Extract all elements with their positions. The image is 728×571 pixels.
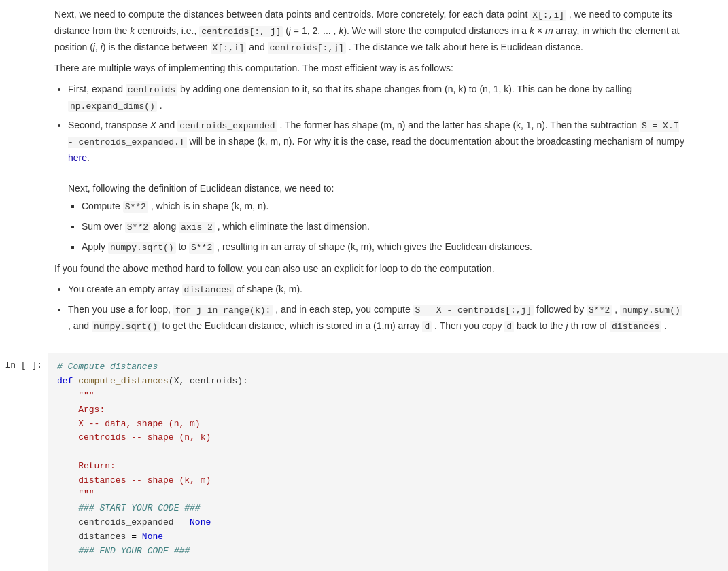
code-line: centroids_expanded = None	[57, 516, 718, 530]
code-line: Return:	[57, 460, 718, 474]
text-cell-1: Next, we need to compute the distances b…	[0, 0, 728, 346]
code-axis2: axis=2	[179, 222, 215, 233]
code-x-i: X[:,i]	[530, 10, 566, 21]
code-line: # Compute distances	[57, 360, 718, 375]
code-centroids-expanded: centroids_expanded	[177, 120, 277, 132]
docstring-args: Args:	[78, 404, 105, 415]
docstring-centroids: centroids -- shape (n, k)	[78, 432, 211, 443]
gutter-label-1: In [ ]:	[5, 360, 42, 370]
code-numpy-sum: numpy.sum()	[620, 305, 682, 316]
code-expand-dims: np.expand_dims()	[68, 101, 157, 112]
kw-def: def	[57, 376, 73, 386]
code-S2: S**2	[123, 201, 148, 213]
code-distances2: distances	[610, 321, 661, 332]
docstring-return: Return:	[78, 461, 116, 471]
code-centroids: centroids	[126, 84, 177, 96]
separator-1	[0, 346, 728, 350]
docstring-close: """	[78, 489, 94, 499]
code-line	[57, 445, 718, 460]
end-marker: ### END YOUR CODE ###	[78, 546, 190, 556]
code-centroids-j2: centroids[:,j]	[268, 42, 346, 54]
bullet-item-3: You create an empty array distances of s…	[68, 281, 687, 298]
code-centroids-j: centroids[:, j]	[199, 26, 283, 37]
code-S-XT: S = X.T - centroids_expanded.T	[68, 120, 679, 148]
docstring-distances: distances -- shape (k, m)	[78, 475, 211, 485]
code-area-1[interactable]: # Compute distances def compute_distance…	[48, 353, 728, 571]
sub-bullet-3: Apply numpy.sqrt() to S**2 , resulting i…	[82, 239, 687, 256]
bullet-item-1: First, expand centroids by adding one de…	[68, 82, 687, 114]
code-for-loop: for j in range(k):	[173, 305, 273, 316]
bullet-item-4: Then you use a for loop, for j in range(…	[68, 302, 687, 334]
bullet-item-2: Second, transpose X and centroids_expand…	[68, 118, 687, 255]
code-S2-3: S**2	[189, 242, 214, 254]
comment-compute-distances: # Compute distances	[57, 362, 158, 372]
kw-none1: None	[190, 517, 211, 527]
paragraph-3: If you found the above method hard to fo…	[54, 261, 687, 276]
code-line: ### END YOUR CODE ###	[57, 544, 718, 559]
code-line	[57, 558, 718, 571]
code-line: distances -- shape (k, m)	[57, 474, 718, 488]
start-marker: ### START YOUR CODE ###	[78, 503, 200, 513]
code-S-X-centroids: S = X - centroids[:,j]	[413, 305, 534, 316]
code-line: Args:	[57, 403, 718, 417]
func-name: compute_distances	[78, 376, 169, 386]
code-line: distances = None	[57, 530, 718, 544]
sub-bullet-2: Sum over S**2 along axis=2 , which elimi…	[82, 219, 687, 235]
bullet-list-1: First, expand centroids by adding one de…	[68, 82, 687, 256]
code-line: """	[57, 487, 718, 502]
notebook: Next, we need to compute the distances b…	[0, 0, 728, 571]
code-line: def compute_distances(X, centroids):	[57, 375, 718, 389]
here-link[interactable]: here	[68, 152, 87, 163]
code-S2-2: S**2	[125, 222, 150, 233]
code-cell-1: In [ ]: # Compute distances def compute_…	[0, 353, 728, 571]
kw-none2: None	[142, 532, 163, 542]
sub-bullet-list: Compute S**2 , which is in shape (k, m, …	[82, 198, 687, 255]
paragraph-2: There are multiple ways of implementing …	[54, 60, 687, 75]
code-line: centroids -- shape (n, k)	[57, 431, 718, 445]
code-line: X -- data, shape (n, m)	[57, 417, 718, 432]
code-S2-4: S**2	[587, 305, 612, 316]
docstring-x: X -- data, shape (n, m)	[78, 419, 200, 429]
code-line: """	[57, 389, 718, 403]
cell-gutter-1: In [ ]:	[0, 353, 48, 571]
code-sqrt: numpy.sqrt()	[108, 242, 176, 254]
code-line: ### START YOUR CODE ###	[57, 502, 718, 516]
paragraph-1: Next, we need to compute the distances b…	[54, 7, 687, 55]
docstring-open: """	[78, 390, 94, 400]
bullet-list-2: You create an empty array distances of s…	[68, 281, 687, 334]
code-distances: distances	[182, 284, 234, 296]
code-d2: d	[504, 321, 514, 332]
sub-bullet-1: Compute S**2 , which is in shape (k, m, …	[82, 198, 687, 215]
code-numpy-sqrt: numpy.sqrt()	[92, 321, 160, 332]
code-d: d	[422, 321, 432, 332]
code-x-i2: X[:,i]	[211, 42, 247, 54]
